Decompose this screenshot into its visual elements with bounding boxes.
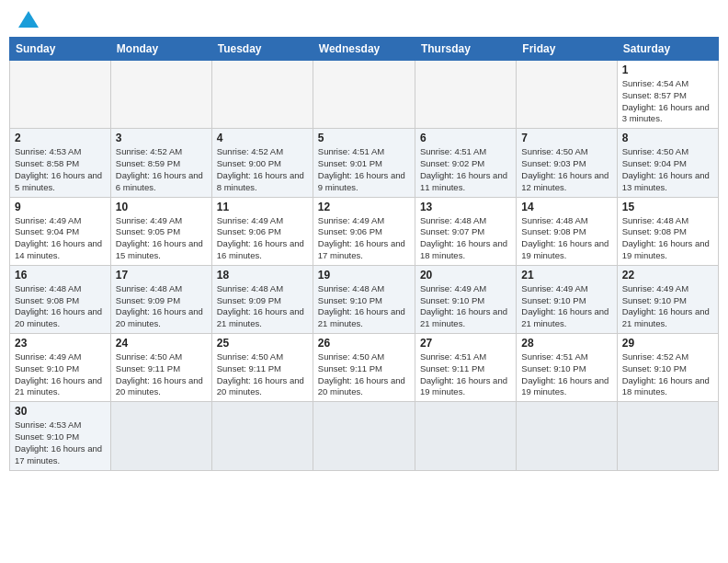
col-header-wednesday: Wednesday (313, 38, 415, 61)
col-header-friday: Friday (517, 38, 617, 61)
day-number: 26 (318, 337, 410, 350)
calendar-day-cell (211, 402, 313, 470)
svg-marker-0 (18, 11, 39, 28)
day-number: 16 (15, 269, 106, 282)
calendar-day-cell: 30Sunrise: 4:53 AM Sunset: 9:10 PM Dayli… (10, 402, 111, 470)
day-info: Sunrise: 4:50 AM Sunset: 9:11 PM Dayligh… (217, 351, 308, 398)
day-number: 11 (217, 201, 308, 213)
day-number: 6 (420, 132, 511, 144)
calendar-day-cell: 15Sunrise: 4:48 AM Sunset: 9:08 PM Dayli… (617, 197, 718, 265)
calendar-day-cell: 1Sunrise: 4:54 AM Sunset: 8:57 PM Daylig… (617, 61, 718, 129)
calendar-day-cell: 21Sunrise: 4:49 AM Sunset: 9:10 PM Dayli… (517, 265, 617, 333)
day-number: 4 (217, 132, 308, 144)
logo-triangle-icon (18, 9, 39, 29)
day-number: 7 (521, 132, 611, 144)
header (9, 9, 719, 33)
calendar-day-cell: 6Sunrise: 4:51 AM Sunset: 9:02 PM Daylig… (415, 129, 516, 197)
day-number: 3 (116, 132, 207, 144)
day-number: 29 (622, 337, 713, 350)
col-header-thursday: Thursday (415, 38, 516, 61)
calendar-day-cell: 11Sunrise: 4:49 AM Sunset: 9:06 PM Dayli… (211, 197, 313, 265)
day-info: Sunrise: 4:53 AM Sunset: 9:10 PM Dayligh… (15, 419, 106, 466)
calendar-day-cell: 27Sunrise: 4:51 AM Sunset: 9:11 PM Dayli… (415, 334, 516, 402)
day-number: 28 (521, 337, 611, 350)
calendar-week-row: 1Sunrise: 4:54 AM Sunset: 8:57 PM Daylig… (10, 61, 719, 129)
calendar-day-cell: 16Sunrise: 4:48 AM Sunset: 9:08 PM Dayli… (10, 265, 111, 333)
day-info: Sunrise: 4:49 AM Sunset: 9:10 PM Dayligh… (521, 283, 611, 330)
day-number: 12 (318, 201, 410, 213)
day-info: Sunrise: 4:48 AM Sunset: 9:08 PM Dayligh… (622, 215, 713, 262)
calendar-day-cell (110, 402, 211, 470)
day-info: Sunrise: 4:48 AM Sunset: 9:09 PM Dayligh… (217, 283, 308, 330)
day-number: 30 (15, 405, 106, 418)
col-header-saturday: Saturday (617, 38, 718, 61)
calendar-week-row: 30Sunrise: 4:53 AM Sunset: 9:10 PM Dayli… (10, 402, 719, 470)
calendar-day-cell: 5Sunrise: 4:51 AM Sunset: 9:01 PM Daylig… (313, 129, 415, 197)
calendar-week-row: 16Sunrise: 4:48 AM Sunset: 9:08 PM Dayli… (10, 265, 719, 333)
day-number: 23 (15, 337, 106, 350)
day-number: 17 (116, 269, 207, 282)
day-number: 1 (622, 63, 713, 76)
day-number: 10 (116, 201, 207, 213)
calendar-day-cell: 19Sunrise: 4:48 AM Sunset: 9:10 PM Dayli… (313, 265, 415, 333)
day-info: Sunrise: 4:48 AM Sunset: 9:07 PM Dayligh… (420, 215, 511, 262)
calendar-day-cell (211, 61, 313, 129)
day-info: Sunrise: 4:51 AM Sunset: 9:10 PM Dayligh… (521, 351, 611, 398)
day-number: 27 (420, 337, 511, 350)
day-info: Sunrise: 4:49 AM Sunset: 9:10 PM Dayligh… (622, 283, 713, 330)
calendar-day-cell: 10Sunrise: 4:49 AM Sunset: 9:05 PM Dayli… (110, 197, 211, 265)
calendar-day-cell: 17Sunrise: 4:48 AM Sunset: 9:09 PM Dayli… (110, 265, 211, 333)
day-info: Sunrise: 4:49 AM Sunset: 9:10 PM Dayligh… (420, 283, 511, 330)
day-number: 14 (521, 201, 611, 213)
day-info: Sunrise: 4:50 AM Sunset: 9:03 PM Dayligh… (521, 146, 611, 193)
calendar-day-cell (415, 61, 516, 129)
day-number: 19 (318, 269, 410, 282)
calendar-day-cell: 22Sunrise: 4:49 AM Sunset: 9:10 PM Dayli… (617, 265, 718, 333)
col-header-sunday: Sunday (10, 38, 111, 61)
calendar-day-cell: 24Sunrise: 4:50 AM Sunset: 9:11 PM Dayli… (110, 334, 211, 402)
calendar-day-cell: 2Sunrise: 4:53 AM Sunset: 8:58 PM Daylig… (10, 129, 111, 197)
day-info: Sunrise: 4:49 AM Sunset: 9:05 PM Dayligh… (116, 215, 207, 262)
calendar-week-row: 9Sunrise: 4:49 AM Sunset: 9:04 PM Daylig… (10, 197, 719, 265)
day-info: Sunrise: 4:48 AM Sunset: 9:10 PM Dayligh… (318, 283, 410, 330)
day-info: Sunrise: 4:50 AM Sunset: 9:11 PM Dayligh… (318, 351, 410, 398)
day-number: 22 (622, 269, 713, 282)
col-header-monday: Monday (110, 38, 211, 61)
logo (17, 13, 39, 29)
day-info: Sunrise: 4:48 AM Sunset: 9:08 PM Dayligh… (521, 215, 611, 262)
calendar-day-cell (313, 61, 415, 129)
calendar-day-cell (10, 61, 111, 129)
day-info: Sunrise: 4:53 AM Sunset: 8:58 PM Dayligh… (15, 146, 106, 193)
calendar-day-cell (110, 61, 211, 129)
calendar-day-cell: 14Sunrise: 4:48 AM Sunset: 9:08 PM Dayli… (517, 197, 617, 265)
day-number: 21 (521, 269, 611, 282)
calendar-day-cell (313, 402, 415, 470)
day-info: Sunrise: 4:49 AM Sunset: 9:06 PM Dayligh… (217, 215, 308, 262)
calendar-day-cell: 18Sunrise: 4:48 AM Sunset: 9:09 PM Dayli… (211, 265, 313, 333)
day-number: 9 (15, 201, 106, 213)
calendar-day-cell: 28Sunrise: 4:51 AM Sunset: 9:10 PM Dayli… (517, 334, 617, 402)
calendar-day-cell: 23Sunrise: 4:49 AM Sunset: 9:10 PM Dayli… (10, 334, 111, 402)
calendar-day-cell: 26Sunrise: 4:50 AM Sunset: 9:11 PM Dayli… (313, 334, 415, 402)
calendar-day-cell: 9Sunrise: 4:49 AM Sunset: 9:04 PM Daylig… (10, 197, 111, 265)
calendar-week-row: 2Sunrise: 4:53 AM Sunset: 8:58 PM Daylig… (10, 129, 719, 197)
calendar-day-cell (617, 402, 718, 470)
calendar-header-row: SundayMondayTuesdayWednesdayThursdayFrid… (10, 38, 719, 61)
calendar-day-cell (517, 402, 617, 470)
day-info: Sunrise: 4:51 AM Sunset: 9:01 PM Dayligh… (318, 146, 410, 193)
calendar-day-cell: 20Sunrise: 4:49 AM Sunset: 9:10 PM Dayli… (415, 265, 516, 333)
day-info: Sunrise: 4:54 AM Sunset: 8:57 PM Dayligh… (622, 78, 713, 125)
day-number: 15 (622, 201, 713, 213)
day-info: Sunrise: 4:50 AM Sunset: 9:11 PM Dayligh… (116, 351, 207, 398)
day-info: Sunrise: 4:51 AM Sunset: 9:11 PM Dayligh… (420, 351, 511, 398)
day-info: Sunrise: 4:49 AM Sunset: 9:10 PM Dayligh… (15, 351, 106, 398)
day-info: Sunrise: 4:52 AM Sunset: 8:59 PM Dayligh… (116, 146, 207, 193)
col-header-tuesday: Tuesday (211, 38, 313, 61)
calendar-day-cell: 25Sunrise: 4:50 AM Sunset: 9:11 PM Dayli… (211, 334, 313, 402)
calendar-day-cell: 7Sunrise: 4:50 AM Sunset: 9:03 PM Daylig… (517, 129, 617, 197)
calendar-day-cell: 12Sunrise: 4:49 AM Sunset: 9:06 PM Dayli… (313, 197, 415, 265)
calendar-week-row: 23Sunrise: 4:49 AM Sunset: 9:10 PM Dayli… (10, 334, 719, 402)
day-info: Sunrise: 4:52 AM Sunset: 9:10 PM Dayligh… (622, 351, 713, 398)
day-number: 20 (420, 269, 511, 282)
calendar-day-cell: 29Sunrise: 4:52 AM Sunset: 9:10 PM Dayli… (617, 334, 718, 402)
